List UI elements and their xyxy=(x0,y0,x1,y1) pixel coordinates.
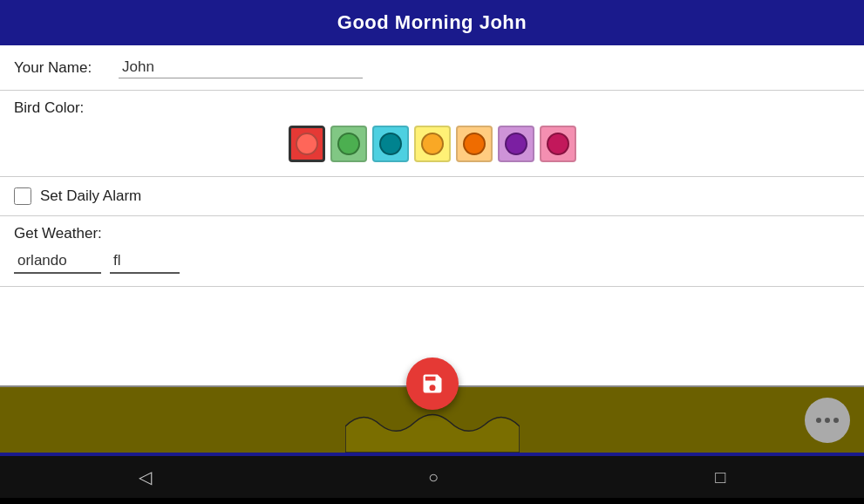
home-button[interactable]: ○ xyxy=(407,460,459,494)
main-content: Your Name: Bird Color: Set Daily Alarm G… xyxy=(0,45,864,385)
city-input[interactable] xyxy=(14,249,101,274)
save-fab-button[interactable] xyxy=(406,358,459,410)
color-swatch-pink[interactable] xyxy=(540,126,576,162)
color-swatch-inner-teal xyxy=(379,133,402,155)
weather-label: Get Weather: xyxy=(14,225,119,242)
color-swatch-inner-red xyxy=(296,133,318,155)
home-icon: ○ xyxy=(428,467,439,487)
color-swatch-green[interactable] xyxy=(330,126,367,162)
recents-button[interactable]: □ xyxy=(694,460,746,494)
alarm-label[interactable]: Set Daily Alarm xyxy=(40,187,141,205)
color-swatch-inner-orange xyxy=(463,133,486,155)
weather-row: Get Weather: xyxy=(0,216,864,287)
name-label: Your Name: xyxy=(14,59,119,77)
bird-color-row: Bird Color: xyxy=(0,91,864,177)
weather-inputs xyxy=(14,249,180,274)
back-icon: ◁ xyxy=(139,467,152,487)
app-title: Good Morning John xyxy=(337,11,527,34)
color-swatch-purple[interactable] xyxy=(498,126,534,162)
color-swatch-inner-purple xyxy=(505,133,527,155)
save-icon xyxy=(420,371,445,396)
color-swatch-inner-green xyxy=(337,133,360,155)
back-button[interactable]: ◁ xyxy=(118,460,173,494)
color-swatch-yellow[interactable] xyxy=(414,126,451,162)
color-swatch-red[interactable] xyxy=(289,126,325,162)
title-bar: Good Morning John xyxy=(0,0,864,45)
alarm-checkbox[interactable] xyxy=(14,187,31,205)
name-row: Your Name: xyxy=(0,45,864,91)
three-dots-icon xyxy=(816,418,839,423)
color-swatch-inner-pink xyxy=(547,133,569,155)
color-swatch-orange[interactable] xyxy=(456,126,493,162)
name-input[interactable] xyxy=(119,57,363,78)
state-input[interactable] xyxy=(110,249,180,274)
color-swatch-inner-yellow xyxy=(421,133,444,155)
alarm-row: Set Daily Alarm xyxy=(0,177,864,216)
nav-bar: ◁ ○ □ xyxy=(0,456,864,498)
recents-icon: □ xyxy=(715,467,725,487)
bird-color-label: Bird Color: xyxy=(14,99,119,117)
color-swatches xyxy=(14,120,850,167)
more-options-button[interactable] xyxy=(805,398,850,443)
color-swatch-teal[interactable] xyxy=(372,126,409,162)
